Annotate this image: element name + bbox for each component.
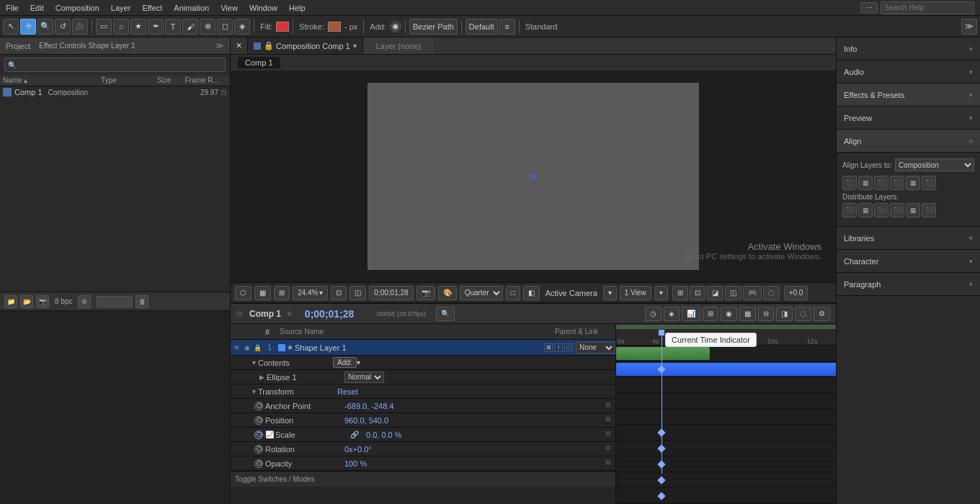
menu-btn[interactable]: ≡ bbox=[499, 19, 515, 35]
opacity-stopwatch[interactable]: ⊙ bbox=[254, 459, 263, 468]
stroke-color-box[interactable] bbox=[328, 22, 341, 32]
tab-close-x[interactable]: ✕ bbox=[231, 37, 248, 55]
search-timeline-btn[interactable]: 🔍 bbox=[436, 307, 455, 321]
snapshot-btn[interactable]: 📷 bbox=[416, 286, 435, 300]
eraser-tool[interactable]: ◻ bbox=[217, 19, 233, 35]
menu-composition[interactable]: Composition bbox=[50, 2, 105, 14]
dist-left-btn[interactable]: ⬛ bbox=[842, 203, 857, 217]
roto-tool[interactable]: ◈ bbox=[234, 19, 250, 35]
render-vis-btn[interactable]: ◪ bbox=[707, 286, 723, 300]
comp-tab-close-btn[interactable]: ▾ bbox=[353, 42, 357, 50]
opacity-link[interactable]: ⊙ bbox=[605, 459, 615, 469]
menu-window[interactable]: Window bbox=[244, 2, 283, 14]
zoom-select[interactable]: 24.4% ▾ bbox=[293, 286, 328, 300]
layer-solo-btn[interactable]: ◉ bbox=[242, 340, 252, 356]
menu-animation[interactable]: Animation bbox=[168, 2, 215, 14]
layer-row-1[interactable]: 👁 ◉ 🔒 1 ★ Shape Layer 1 ⊞ / ◌ bbox=[231, 340, 615, 356]
dist-bottom-btn[interactable]: ⬛ bbox=[922, 203, 936, 217]
safe-zones-btn[interactable]: ◫ bbox=[725, 286, 741, 300]
collapse-btn[interactable]: ⊖ bbox=[758, 307, 774, 321]
effects-presets-panel-item[interactable]: Effects & Presets ▾ bbox=[837, 84, 980, 107]
layer-none-tab[interactable]: Layer (none) bbox=[363, 37, 434, 54]
transparent-btn[interactable]: ⊞ bbox=[274, 286, 290, 300]
solo-btn[interactable]: ◉ bbox=[721, 307, 737, 321]
timeline-timecode[interactable]: 0;00;01;28 bbox=[305, 308, 370, 320]
add-btn[interactable]: ◉ bbox=[390, 21, 401, 32]
camera-select-btn[interactable]: ▾ bbox=[603, 286, 617, 300]
project-item-comp1[interactable]: Comp 1 Composition 29.97 ◳ bbox=[0, 86, 230, 98]
kf-opacity[interactable] bbox=[657, 492, 665, 500]
full-screen-btn[interactable]: □ bbox=[506, 286, 520, 300]
layer-selected-bar[interactable] bbox=[616, 363, 836, 376]
fit-btn[interactable]: ⊡ bbox=[331, 286, 347, 300]
contents-expand[interactable]: ▼ bbox=[251, 359, 258, 366]
add-content-btn[interactable]: Add: bbox=[333, 357, 357, 368]
align-bottom-btn[interactable]: ⬛ bbox=[922, 176, 936, 190]
menu-effect[interactable]: Effect bbox=[136, 2, 168, 14]
frame-blend-btn[interactable]: ◨ bbox=[776, 307, 793, 321]
timecode-display[interactable]: 0;00;01;28 bbox=[369, 286, 413, 300]
anchor-point-link[interactable]: ⊙ bbox=[605, 401, 615, 411]
star-shape-tool[interactable]: ★ bbox=[130, 19, 146, 35]
playhead[interactable] bbox=[662, 330, 662, 474]
search-help-input[interactable] bbox=[881, 1, 974, 14]
blend-modes-btn[interactable]: ▦ bbox=[739, 307, 756, 321]
position-link[interactable]: ⊙ bbox=[605, 415, 615, 426]
transform-reset-btn[interactable]: Reset bbox=[337, 387, 358, 396]
dist-right-btn[interactable]: ⬛ bbox=[874, 203, 888, 217]
pixel-aspect-btn[interactable]: ◧ bbox=[523, 286, 540, 300]
align-panel-header[interactable]: Align ≡ bbox=[837, 130, 980, 153]
info-panel-item[interactable]: Info ▾ bbox=[837, 37, 980, 60]
scale-link-icon[interactable]: 🔗 bbox=[350, 431, 359, 438]
align-left-btn[interactable]: ⬛ bbox=[842, 176, 857, 190]
view-options-btn[interactable]: ▾ bbox=[654, 286, 668, 300]
layer-controls-btn[interactable]: ⊡ bbox=[690, 286, 705, 300]
workspace-btn[interactable]: ⋯ bbox=[860, 2, 878, 13]
menu-file[interactable]: File bbox=[0, 2, 24, 14]
anchor-point-stopwatch[interactable]: ⊙ bbox=[254, 402, 263, 410]
grid-btn[interactable]: ⊞ bbox=[672, 286, 688, 300]
audio-panel-item[interactable]: Audio ▾ bbox=[837, 60, 980, 84]
fill-color-box[interactable] bbox=[276, 22, 289, 32]
dist-v-center-btn[interactable]: ▦ bbox=[906, 203, 920, 217]
align-right-btn[interactable]: ⬛ bbox=[874, 176, 888, 190]
move-tool[interactable]: ✛ bbox=[20, 19, 36, 35]
graph-editor-btn[interactable]: 📊 bbox=[682, 307, 700, 321]
project-search-input[interactable] bbox=[4, 58, 226, 72]
effect-controls-comp-tab[interactable]: 🔒 Composition Comp 1 ▾ bbox=[248, 37, 363, 54]
transform-expand[interactable]: ▼ bbox=[251, 388, 258, 395]
text-tool[interactable]: T bbox=[165, 19, 181, 35]
bezier-path-btn[interactable]: Bezier Path bbox=[409, 19, 458, 35]
menu-help[interactable]: Help bbox=[283, 2, 311, 14]
ellipse-expand[interactable]: ▶ bbox=[259, 374, 267, 381]
add-content-chevron[interactable]: ▾ bbox=[357, 359, 360, 366]
libraries-panel-item[interactable]: Libraries ▾ bbox=[837, 227, 980, 250]
bpc-input[interactable] bbox=[97, 296, 133, 307]
anchor-point-value[interactable]: -689.0, -248.4 bbox=[344, 402, 394, 410]
render-btn[interactable]: ▦ bbox=[254, 286, 271, 300]
toggle-switches-label[interactable]: Toggle Switches / Modes bbox=[235, 475, 315, 483]
clone-tool[interactable]: ⊕ bbox=[200, 19, 215, 35]
motion-blur-btn[interactable]: ◌ bbox=[763, 286, 780, 300]
dist-top-btn[interactable]: ⬛ bbox=[890, 203, 904, 217]
region-of-interest-btn[interactable]: ⬡ bbox=[235, 286, 251, 300]
color-btn[interactable]: 🎨 bbox=[438, 286, 457, 300]
position-stopwatch[interactable]: ⊙ bbox=[254, 416, 263, 425]
motion-blur-timeline-btn[interactable]: ◌ bbox=[795, 307, 811, 321]
settings-btn[interactable]: ⚙ bbox=[78, 295, 91, 308]
layer-switch-1[interactable]: ⊞ bbox=[544, 343, 553, 352]
menu-view[interactable]: View bbox=[215, 2, 244, 14]
align-top-btn[interactable]: ⬛ bbox=[890, 176, 904, 190]
open-btn[interactable]: 📂 bbox=[20, 295, 33, 308]
preview-panel-item[interactable]: Preview ▾ bbox=[837, 107, 980, 130]
comp-markers-btn[interactable]: ◷ bbox=[645, 307, 662, 321]
layer-switch-2[interactable]: / bbox=[554, 343, 563, 352]
paragraph-panel-item[interactable]: Paragraph ▾ bbox=[837, 273, 980, 296]
pen-tool[interactable]: ✒ bbox=[148, 19, 164, 35]
dist-h-center-btn[interactable]: ▦ bbox=[858, 203, 873, 217]
layer-lock-btn[interactable]: 🔒 bbox=[252, 340, 262, 356]
project-panel-expand[interactable]: ≫ bbox=[215, 41, 224, 50]
default-btn[interactable]: Default bbox=[466, 19, 498, 35]
camera-icon-btn[interactable]: 📷 bbox=[36, 295, 49, 308]
scale-link[interactable]: ⊙ bbox=[605, 430, 615, 440]
